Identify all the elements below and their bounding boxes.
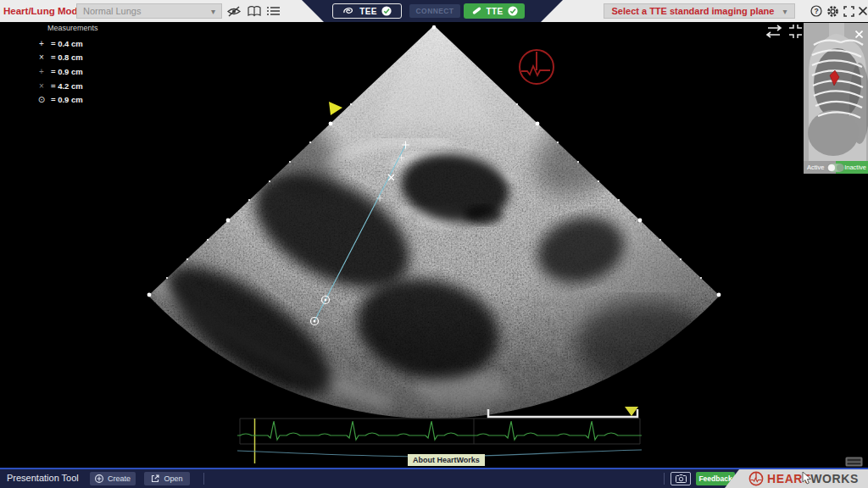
inactive-label: Inactive bbox=[844, 164, 866, 171]
measurement-symbol: × bbox=[36, 81, 47, 91]
toggle-knob-shadow bbox=[837, 164, 843, 171]
check-icon bbox=[381, 6, 392, 16]
measurement-value: = 4.2 cm bbox=[51, 81, 83, 91]
about-heartworks-tooltip[interactable]: About HeartWorks bbox=[408, 454, 485, 466]
list-button[interactable] bbox=[264, 4, 281, 18]
eye-off-icon bbox=[227, 6, 241, 17]
heartworks-logo: HEARTWORKS bbox=[725, 469, 868, 488]
library-button[interactable] bbox=[246, 4, 263, 18]
probe-position-panel: Active Inactive bbox=[804, 23, 868, 174]
model-label: Heart/Lung Model bbox=[3, 6, 86, 16]
active-label: Active bbox=[807, 164, 824, 171]
lung-model-value: Normal Lungs bbox=[83, 6, 141, 16]
help-icon: ? bbox=[810, 5, 822, 17]
measurements-panel: Measurements + = 0.4 cm × = 0.8 cm + = 0… bbox=[25, 24, 136, 107]
gear-icon bbox=[826, 5, 839, 18]
toolbar-divider bbox=[203, 473, 204, 485]
svg-text:?: ? bbox=[814, 7, 818, 15]
book-icon bbox=[248, 6, 261, 17]
measurement-symbol: × bbox=[36, 53, 47, 62]
measurements-title: Measurements bbox=[47, 24, 136, 32]
toggle-switch[interactable] bbox=[827, 164, 844, 172]
measurement-value: = 0.9 cm bbox=[51, 67, 83, 76]
measurement-row: × = 4.2 cm bbox=[25, 79, 136, 93]
open-label: Open bbox=[164, 474, 182, 483]
heartworks-app: Measurements + = 0.4 cm × = 0.8 cm + = 0… bbox=[0, 0, 868, 488]
settings-button[interactable] bbox=[824, 4, 841, 18]
recenter-icon[interactable] bbox=[789, 25, 802, 38]
measurement-symbol: + bbox=[36, 39, 47, 48]
tee-probe-button[interactable]: TEE bbox=[332, 3, 402, 19]
open-button[interactable]: Open bbox=[144, 472, 190, 485]
close-panel-button[interactable] bbox=[853, 28, 865, 40]
tte-probe-button[interactable]: TTE bbox=[464, 3, 525, 19]
tee-label: TEE bbox=[359, 7, 377, 16]
probe-active-toggle[interactable]: Active Inactive bbox=[804, 161, 868, 174]
toggle-knob bbox=[828, 164, 835, 171]
create-label: Create bbox=[108, 474, 131, 483]
tee-probe-icon bbox=[342, 7, 355, 16]
view-tools bbox=[767, 25, 802, 38]
fullscreen-icon bbox=[843, 6, 854, 17]
chevron-down-icon: ▾ bbox=[782, 7, 787, 16]
connect-button[interactable]: CONNECT bbox=[409, 4, 460, 18]
list-icon bbox=[267, 6, 280, 16]
ultrasound-sector bbox=[119, 17, 746, 424]
hide-ui-button[interactable] bbox=[225, 4, 242, 18]
close-app-button[interactable] bbox=[854, 4, 868, 18]
chevron-down-icon: ▾ bbox=[211, 7, 215, 16]
ecg-trace bbox=[237, 421, 642, 440]
swap-views-icon[interactable] bbox=[767, 25, 781, 37]
torso-thumbnail[interactable] bbox=[804, 23, 868, 161]
mouse-cursor bbox=[802, 472, 812, 485]
measurement-row: + = 0.9 cm bbox=[25, 64, 136, 79]
camera-icon bbox=[676, 474, 687, 483]
feedback-label: Feedback bbox=[698, 474, 732, 483]
orientation-marker bbox=[329, 102, 342, 115]
close-icon bbox=[855, 30, 863, 38]
measurement-row: ⊙ = 0.9 cm bbox=[25, 92, 136, 107]
measurement-row: + = 0.4 cm bbox=[25, 36, 136, 51]
measurement-value: = 0.8 cm bbox=[51, 53, 83, 62]
check-icon bbox=[508, 6, 518, 16]
heartworks-logo-icon bbox=[748, 471, 764, 486]
measurement-symbol: + bbox=[36, 67, 47, 76]
probe-selector-group: TEE CONNECT TTE bbox=[302, 0, 563, 22]
measurement-symbol: ⊙ bbox=[36, 95, 47, 104]
logo-works: WORKS bbox=[810, 472, 859, 485]
imaging-plane-value: Select a TTE standard imaging plane bbox=[612, 6, 775, 16]
top-toolbar: Heart/Lung Model Normal Lungs ▾ bbox=[0, 0, 868, 22]
lung-model-dropdown[interactable]: Normal Lungs ▾ bbox=[76, 3, 222, 19]
open-external-icon bbox=[151, 474, 159, 483]
measurement-row: × = 0.8 cm bbox=[25, 51, 136, 65]
tte-probe-icon bbox=[470, 6, 481, 16]
sweep-cursor bbox=[625, 407, 638, 416]
measurement-value: = 0.4 cm bbox=[51, 39, 83, 48]
logo-text: HEARTWORKS bbox=[767, 472, 859, 485]
create-button[interactable]: Create bbox=[90, 472, 136, 485]
help-button[interactable]: ? bbox=[808, 4, 825, 18]
connect-label: CONNECT bbox=[416, 7, 454, 15]
bottom-toolbar: Presentation Tool Create Open Feedba bbox=[0, 468, 868, 488]
imaging-plane-dropdown[interactable]: Select a TTE standard imaging plane ▾ bbox=[604, 3, 795, 19]
measurement-value: = 0.9 cm bbox=[51, 95, 83, 104]
plus-circle-icon bbox=[95, 474, 103, 483]
presentation-tool-label: Presentation Tool bbox=[7, 473, 79, 483]
screenshot-button[interactable] bbox=[670, 472, 691, 485]
toolbar-divider bbox=[664, 473, 665, 485]
close-icon bbox=[858, 6, 868, 16]
cardiac-cycle-icon bbox=[520, 50, 554, 84]
tte-label: TTE bbox=[486, 7, 503, 16]
